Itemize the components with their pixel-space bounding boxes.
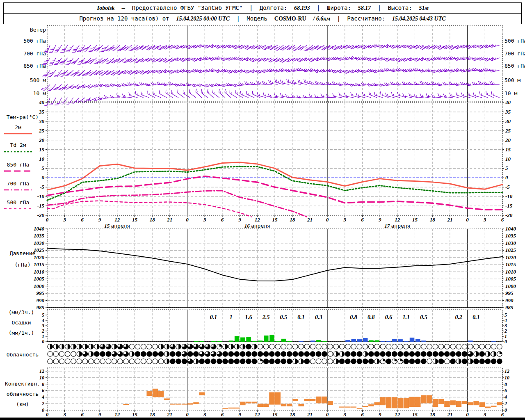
conv-axis-label-left: 0 (42, 407, 44, 413)
cloud-cover-fill (269, 352, 275, 357)
cloud-cover-fill (351, 352, 356, 357)
cloud-cover-fill (357, 352, 362, 357)
header-line-2: Прогноз на 120 часа(ов) от 15.04.2025 00… (4, 13, 521, 24)
cloud-cover-fill (79, 344, 82, 349)
conv-cloud-bar (275, 392, 281, 404)
conv-cloud-bar (433, 399, 438, 407)
hour-label: 21 (447, 217, 452, 223)
cloud-cover-fill (79, 352, 82, 357)
pressure-panel-title: Давление (10, 250, 36, 256)
wind-barb-icon (93, 68, 103, 76)
precip-3h-total: 0.8 (350, 314, 357, 320)
wind-barb-icon (111, 68, 120, 77)
hour-label-bottom: 0 (46, 411, 49, 418)
cloud-cover-fill (404, 359, 409, 364)
hour-label-bottom: 15 (272, 411, 278, 418)
station-name: Tobolsk (96, 5, 115, 11)
cloud-cover-fill (470, 359, 473, 364)
precip-axis-label-right: 3 (504, 323, 507, 329)
wind-barb-icon (355, 67, 365, 73)
conv-cloud-bar (392, 397, 397, 408)
cloud-cover-circle (316, 344, 321, 349)
cloud-cover-circle (310, 344, 315, 349)
cloud-cover-fill (91, 352, 94, 357)
conv-panel-title-2: облачность (7, 391, 39, 397)
wind-barb-icon (105, 43, 114, 52)
wind-barb-icon (390, 55, 400, 62)
wind-level-label-left: 850 гПа (23, 63, 46, 69)
pressure-axis-label-right: 1015 (505, 261, 516, 267)
wind-barb-icon (274, 79, 284, 84)
wind-barb-icon (77, 43, 85, 53)
cloud-cover-fill (199, 359, 205, 364)
conv-cloud-bar (404, 398, 409, 408)
wind-barb-icon (478, 43, 488, 49)
forecast-start: 15.04.2025 00:00 UTC (176, 16, 230, 22)
conv-cloud-bar (298, 404, 304, 406)
pressure-axis-label-right: 1005 (505, 276, 516, 282)
precip-bar (381, 341, 386, 342)
cloud-cover-fill (158, 352, 164, 357)
model-label: Модель (247, 15, 267, 22)
conv-axis-label-left: 8 (42, 381, 44, 387)
cloud-cover-fill (339, 359, 345, 364)
cloud-cover-circle (65, 352, 70, 357)
conv-cloud-bar (234, 408, 240, 409)
temp-axis-label-right: -10 (505, 193, 513, 199)
wind-barb-icon (162, 67, 173, 73)
precip-axis-label-right: 1 (504, 333, 507, 339)
pressure-axis-label-left: 1015 (34, 261, 45, 267)
legend-label-t500: 500 гПа (7, 199, 30, 205)
pressure-axis-label-right: 1000 (505, 283, 516, 289)
cloud-cover-fill (246, 359, 251, 364)
cloud-cover-circle (65, 359, 70, 364)
temp-axis-label-right: 25 (505, 128, 511, 134)
wind-barb-icon (59, 68, 68, 78)
temp-axis-label-left: -5 (40, 184, 44, 190)
separator: | (374, 5, 384, 11)
latitude-value: 58.17 (358, 5, 371, 11)
cloud-cover-circle (287, 344, 292, 349)
cloud-cover-circle (94, 359, 100, 364)
altitude-label: Высота: (388, 5, 412, 11)
cloud-cover-circle (129, 344, 135, 349)
cloud-cover-fill (217, 359, 222, 364)
cloud-cover-fill (395, 359, 397, 361)
cloud-cover-fill (304, 359, 310, 364)
conv-cloud-bar (357, 408, 363, 409)
cloud-cover-fill (287, 359, 292, 364)
precip-bar (386, 341, 391, 342)
temp-axis-label-right: -20 (505, 212, 513, 218)
precip-3h-total: 0.8 (368, 314, 375, 320)
conv-cloud-bar (339, 406, 345, 407)
wind-barb-icon (59, 56, 68, 66)
cloud-cover-circle (141, 344, 146, 349)
hour-label-bottom: 18 (430, 411, 436, 418)
legend-label-t850: 850 гПа (7, 162, 30, 168)
wind-barb-icon (209, 42, 219, 48)
date-label: 16 апреля (244, 223, 270, 229)
conv-cloud-bar (287, 404, 292, 406)
wind-barb-icon (431, 67, 441, 73)
longitude-value: 68.193 (294, 5, 310, 11)
cloud-cover-fill (56, 344, 58, 349)
cloud-cover-circle (59, 359, 64, 364)
conv-axis-label-right: 12 (504, 368, 509, 374)
precip-axis-label-left: 1 (42, 333, 44, 339)
cloud-cover-circle (129, 359, 135, 364)
wind-barb-icon (315, 94, 324, 98)
date-label: 15 апреля (104, 223, 130, 229)
wind-barb-icon (338, 55, 348, 61)
hour-label: 12 (395, 217, 400, 223)
hour-label-bottom: 12 (114, 411, 120, 418)
hour-label-bottom: 3 (203, 411, 206, 418)
cloud-cover-circle (153, 344, 158, 349)
cloud-cover-fill (223, 352, 228, 357)
cloud-cover-circle (415, 344, 420, 349)
wind-barb-icon (105, 56, 114, 65)
wind-barb-icon (332, 94, 342, 98)
wind-level-label-left: 700 гПа (23, 50, 46, 57)
cloud-cover-circle (333, 344, 339, 349)
wind-barb-icon (71, 56, 79, 65)
precip-bar (269, 335, 274, 342)
